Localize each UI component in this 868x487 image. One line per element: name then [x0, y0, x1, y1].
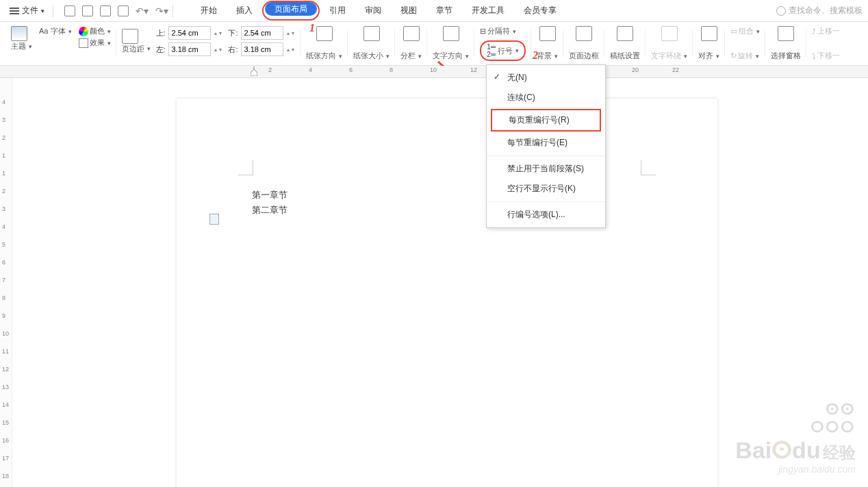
tab-review[interactable]: 审阅 [355, 1, 391, 21]
tab-view[interactable]: 视图 [391, 1, 426, 21]
columns-label[interactable]: 分栏 [400, 51, 422, 61]
menu-item-blank-lines[interactable]: 空行不显示行号(K) [487, 179, 605, 199]
ruler-tick: 2 [268, 66, 272, 73]
margin-bottom-label: 下: [228, 28, 238, 38]
font-button[interactable]: Aa 字体 [39, 26, 72, 36]
text-wrap-icon[interactable] [661, 26, 678, 41]
separator [173, 5, 173, 17]
margin-top-input[interactable] [168, 26, 211, 40]
group-orientation: 纸张方向 [301, 25, 348, 62]
tab-chapter[interactable]: 章节 [426, 1, 462, 21]
file-menu-button[interactable]: 文件 ▾ [5, 2, 49, 19]
page-border-label[interactable]: 页面边框 [569, 51, 599, 61]
search-box[interactable]: 查找命令、搜索模板 [776, 5, 863, 16]
paper-size-label[interactable]: 纸张大小 [353, 51, 390, 61]
paste-icon[interactable] [118, 5, 129, 16]
ruler-tick: 12 [2, 366, 9, 373]
margin-inputs-right: 下:▲▼ 右:▲▼ [228, 26, 295, 56]
tab-developer[interactable]: 开发工具 [462, 1, 514, 21]
align-icon[interactable] [701, 26, 717, 41]
file-label: 文件 [22, 5, 38, 16]
selection-pane-icon[interactable] [778, 26, 794, 41]
ruler-tick: 5 [2, 241, 5, 248]
color-button[interactable]: 颜色 [79, 26, 111, 36]
margin-bottom-input[interactable] [241, 26, 283, 40]
ruler-tick: 18 [2, 473, 9, 479]
group-button: ▭ 组合 [730, 26, 760, 36]
paper-size-icon[interactable] [363, 26, 380, 41]
ruler-tick: 7 [2, 277, 5, 284]
menu-item-restart-section[interactable]: 每节重编行号(E) [487, 133, 605, 153]
ruler-tick: 1 [2, 152, 5, 159]
spinner[interactable]: ▲▼ [214, 47, 223, 52]
ruler-tick: 2 [2, 134, 5, 141]
line-number-button[interactable]: 1═2═行号 [480, 40, 526, 61]
gaozhi-label[interactable]: 稿纸设置 [610, 51, 640, 61]
selection-pane-label[interactable]: 选择窗格 [771, 51, 801, 61]
ruler-tick: 4 [2, 223, 5, 230]
chevron-down-icon: ▾ [41, 8, 44, 14]
menu-item-restart-page[interactable]: 每页重编行号(R) [491, 109, 601, 132]
indent-marker-icon[interactable] [251, 66, 257, 76]
orientation-label[interactable]: 纸张方向 [306, 51, 342, 61]
ruler-tick: 9 [2, 312, 5, 319]
ruler-tick: 2 [2, 188, 5, 195]
group-page-margin: 页边距 上:▲▼ 左:▲▼ 下:▲▼ 右:▲▼ [116, 25, 301, 62]
ruler-tick: 3 [2, 205, 5, 212]
theme-icon[interactable] [11, 26, 27, 41]
move-up-button: ⤴ 上移一 [812, 26, 840, 36]
ruler-tick: 11 [2, 348, 9, 355]
menu-item-none[interactable]: 无(N) [487, 68, 605, 88]
redo-icon[interactable]: ↷▾ [155, 5, 168, 16]
gaozhi-icon[interactable] [617, 26, 633, 41]
tab-references[interactable]: 引用 [320, 1, 355, 21]
menu-item-suppress[interactable]: 禁止用于当前段落(S) [487, 159, 605, 179]
tab-member[interactable]: 会员专享 [514, 1, 566, 21]
columns-icon[interactable] [403, 26, 420, 41]
spinner[interactable]: ▲▼ [286, 47, 296, 52]
document-page[interactable]: 第一章节 第二章节 [177, 99, 717, 487]
tab-insert[interactable]: 插入 [227, 1, 262, 21]
background-icon[interactable] [539, 26, 556, 41]
ruler-tick: 10 [430, 66, 437, 73]
effect-button[interactable]: 效果 [79, 38, 111, 48]
margin-right-input[interactable] [241, 42, 283, 56]
ruler-tick: 15 [2, 419, 9, 426]
background-label[interactable]: 背景 [537, 51, 558, 61]
ruler-horizontal[interactable]: 2468101214161820223840424446 [0, 66, 868, 78]
margin-left-input[interactable] [168, 42, 211, 56]
doc-line[interactable]: 第二章节 [252, 203, 288, 218]
doc-line[interactable]: 第一章节 [252, 188, 288, 203]
group-align: 对齐 [693, 25, 725, 62]
tab-page-layout[interactable]: 页面布局 [265, 2, 317, 16]
align-label[interactable]: 对齐 [698, 51, 719, 61]
undo-icon[interactable]: ↶▾ [136, 5, 149, 16]
page-margin-label[interactable]: 页边距 [122, 44, 151, 54]
page-margin-icon[interactable] [122, 29, 138, 44]
spinner[interactable]: ▲▼ [214, 31, 223, 36]
ruler-vertical[interactable]: 432112345678910111213141516171819202122 [0, 78, 12, 487]
menu-separator [487, 155, 605, 156]
page-border-icon[interactable] [576, 26, 592, 41]
group-move: ⤴ 上移一 ⤵ 下移一 [806, 25, 845, 62]
lineno-icon: 1═2═ [487, 43, 496, 58]
group-gaozhi: 稿纸设置 [604, 25, 646, 62]
ruler-tick: 20 [632, 66, 639, 73]
tab-start[interactable]: 开始 [191, 1, 227, 21]
menu-item-options[interactable]: 行编号选项(L)... [487, 205, 605, 225]
print-icon[interactable] [82, 5, 93, 16]
text-direction-label[interactable]: 文字方向 [433, 51, 469, 61]
theme-label[interactable]: 主题 [11, 41, 32, 51]
orientation-icon[interactable] [316, 26, 333, 41]
text-direction-icon[interactable] [443, 26, 459, 41]
preview-icon[interactable] [100, 5, 111, 16]
document-text[interactable]: 第一章节 第二章节 [252, 188, 288, 218]
margin-top-label: 上: [156, 28, 166, 38]
spinner[interactable]: ▲▼ [286, 31, 296, 36]
separator-icon: ⊟ [480, 27, 486, 36]
quick-access-toolbar: ↶▾ ↷▾ [64, 5, 168, 16]
save-icon[interactable] [64, 5, 75, 16]
menu-item-continuous[interactable]: 连续(C) [487, 88, 605, 108]
separator-button[interactable]: ⊟ 分隔符 [480, 26, 516, 36]
move-down-button: ⤵ 下移一 [812, 51, 840, 61]
